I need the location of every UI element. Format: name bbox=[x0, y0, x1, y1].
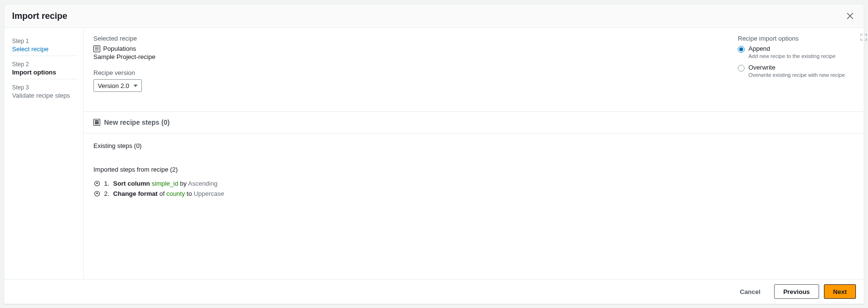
import-options-block: Recipe import options Append Add new rec… bbox=[738, 35, 854, 92]
step-action-icon bbox=[93, 180, 100, 187]
radio-append-label: Append bbox=[748, 45, 836, 52]
existing-steps-header: Existing steps (0) bbox=[93, 142, 854, 149]
wizard-step-2[interactable]: Step 2 Import options bbox=[10, 58, 77, 79]
radio-overwrite bbox=[738, 65, 745, 72]
import-option-append[interactable]: Append Add new recipe to the existing re… bbox=[738, 45, 854, 59]
selected-recipe-name: Populations bbox=[103, 45, 136, 52]
cancel-button[interactable]: Cancel bbox=[731, 284, 769, 299]
recipe-icon bbox=[93, 119, 100, 126]
steps-body: Existing steps (0) Imported steps from r… bbox=[84, 133, 864, 207]
wizard-step-1[interactable]: Step 1 Select recipe bbox=[10, 35, 77, 56]
wizard-step-num: Step 3 bbox=[12, 84, 76, 91]
step-number: 2. bbox=[104, 190, 109, 197]
imported-step-item: 1.Sort column simple_id by Ascending bbox=[93, 180, 854, 187]
recipe-version-value: Version 2.0 bbox=[98, 82, 129, 89]
top-panel: Selected recipe Populations Sample Proje… bbox=[84, 28, 864, 111]
wizard-step-num: Step 2 bbox=[12, 61, 76, 68]
new-recipe-steps-title: New recipe steps (0) bbox=[104, 118, 169, 126]
dialog-title: Import recipe bbox=[12, 11, 67, 21]
wizard-steps-sidebar: Step 1 Select recipe Step 2 Import optio… bbox=[4, 28, 84, 279]
import-options-title: Recipe import options bbox=[738, 35, 854, 42]
dialog-header: Import recipe bbox=[4, 4, 864, 28]
dialog-footer: Cancel Previous Next bbox=[4, 279, 864, 304]
new-recipe-steps-header: New recipe steps (0) bbox=[84, 112, 864, 133]
wizard-step-num: Step 1 bbox=[12, 38, 76, 44]
step-description: Sort column simple_id by Ascending bbox=[113, 180, 217, 187]
import-option-overwrite[interactable]: Overwrite Overwrite existing recipe with… bbox=[738, 64, 854, 78]
radio-overwrite-desc: Overwrite existing recipe with new recip… bbox=[748, 72, 845, 78]
recipe-version-select[interactable]: Version 2.0 bbox=[93, 79, 142, 92]
previous-button[interactable]: Previous bbox=[774, 284, 819, 299]
import-recipe-dialog: Import recipe Step 1 Select recipe Step … bbox=[4, 4, 864, 304]
radio-append-desc: Add new recipe to the existing recipe bbox=[748, 53, 836, 59]
selected-recipe-name-row: Populations bbox=[93, 45, 155, 52]
wizard-step-label: Select recipe bbox=[12, 45, 76, 53]
step-action-icon bbox=[93, 191, 100, 197]
chevron-down-icon bbox=[134, 85, 137, 87]
dialog-body: Step 1 Select recipe Step 2 Import optio… bbox=[4, 28, 864, 279]
radio-overwrite-label: Overwrite bbox=[748, 64, 845, 71]
selected-recipe-title: Selected recipe bbox=[93, 35, 155, 42]
recipe-icon bbox=[93, 45, 100, 52]
wizard-step-label: Validate recipe steps bbox=[12, 92, 76, 99]
selected-recipe-block: Selected recipe Populations Sample Proje… bbox=[93, 35, 155, 92]
next-button[interactable]: Next bbox=[824, 284, 856, 299]
selected-recipe-sub: Sample Project-recipe bbox=[93, 53, 155, 60]
recipe-version-title: Recipe version bbox=[93, 69, 155, 76]
step-description: Change format of county to Uppercase bbox=[113, 190, 224, 197]
wizard-step-label: Import options bbox=[12, 69, 76, 76]
steps-panel: New recipe steps (0) Existing steps (0) … bbox=[84, 111, 864, 207]
imported-steps-header: Imported steps from recipe (2) bbox=[93, 166, 854, 173]
wizard-step-3[interactable]: Step 3 Validate recipe steps bbox=[10, 81, 77, 102]
imported-step-item: 2.Change format of county to Uppercase bbox=[93, 190, 854, 197]
close-icon bbox=[847, 13, 853, 19]
close-button[interactable] bbox=[844, 10, 856, 22]
radio-append bbox=[738, 46, 745, 53]
step-number: 1. bbox=[104, 180, 109, 187]
main-panel: Selected recipe Populations Sample Proje… bbox=[84, 28, 864, 279]
imported-steps-list: 1.Sort column simple_id by Ascending2.Ch… bbox=[93, 180, 854, 197]
